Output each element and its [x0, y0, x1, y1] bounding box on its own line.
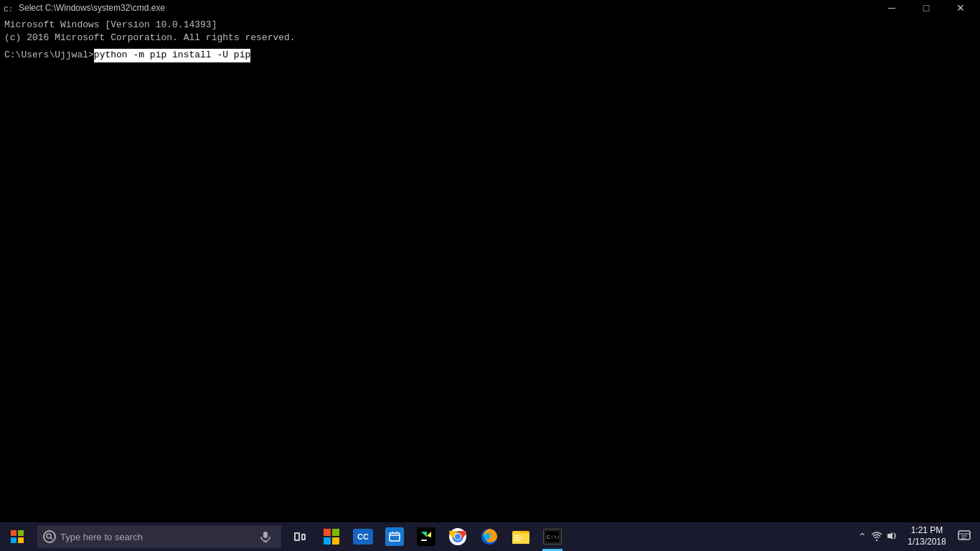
svg-text:C:: C:: [4, 5, 13, 14]
terminal-line-2: (c) 2016 Microsoft Corporation. All righ…: [4, 32, 976, 44]
svg-rect-11: [390, 533, 400, 541]
taskbar-app-chrome[interactable]: [442, 522, 473, 551]
svg-rect-4: [263, 532, 268, 538]
minimize-button[interactable]: ─: [875, 0, 908, 16]
wifi-icon[interactable]: [871, 531, 882, 543]
system-tray: ⌃ 1:21 PM 1/13/2018: [854, 522, 980, 551]
taskbar-app-pycharm[interactable]: [410, 522, 442, 551]
svg-rect-10: [332, 537, 339, 545]
taskbar-app-explorer[interactable]: [505, 522, 537, 551]
titlebar-left: C: Select C:\Windows\system32\cmd.exe: [3, 2, 165, 14]
cc-icon: CC: [353, 529, 373, 545]
svg-rect-18: [421, 540, 427, 541]
taskbar-app-firefox[interactable]: [473, 522, 505, 551]
taskbar-app-blue[interactable]: [379, 522, 410, 551]
maximize-button[interactable]: □: [910, 0, 943, 16]
tray-icons: ⌃: [854, 531, 903, 543]
blue-app-icon: [385, 527, 404, 546]
system-clock[interactable]: 1:21 PM 1/13/2018: [905, 525, 948, 547]
cmd-icon: C:: [3, 2, 14, 14]
titlebar: C: Select C:\Windows\system32\cmd.exe ─ …: [0, 0, 980, 16]
cmd-command[interactable]: python -m pip install -U pip: [94, 49, 250, 62]
start-button[interactable]: [0, 522, 34, 551]
file-explorer-icon: [512, 527, 530, 546]
search-bar[interactable]: Type here to search: [37, 525, 281, 548]
task-view-button[interactable]: [284, 522, 316, 551]
svg-rect-7: [324, 529, 331, 536]
search-icon: [43, 530, 56, 543]
svg-point-32: [876, 539, 877, 540]
taskbar-app-cmd[interactable]: C:\>_: [537, 522, 568, 551]
volume-icon[interactable]: [887, 531, 898, 543]
svg-rect-8: [332, 529, 339, 536]
svg-line-3: [51, 538, 53, 540]
svg-rect-29: [514, 540, 521, 541]
titlebar-title: Select C:\Windows\system32\cmd.exe: [19, 3, 165, 13]
microphone-icon[interactable]: [255, 527, 275, 547]
cmd-prompt: C:\Users\Ujjwal>: [4, 49, 94, 62]
svg-rect-9: [324, 537, 331, 545]
pycharm-icon: [417, 527, 435, 546]
clock-date: 1/13/2018: [908, 537, 946, 548]
app-squares-icon: [323, 528, 340, 545]
svg-marker-33: [887, 532, 892, 540]
clock-time: 1:21 PM: [911, 525, 943, 537]
terminal-line-1: Microsoft Windows [Version 10.0.14393]: [4, 19, 976, 32]
svg-text:C:\>_: C:\>_: [547, 534, 559, 540]
svg-rect-28: [514, 537, 522, 539]
cmd-taskbar-icon: C:\>_: [543, 529, 562, 545]
cmd-line[interactable]: C:\Users\Ujjwal>python -m pip install -U…: [4, 49, 976, 62]
svg-point-2: [47, 534, 51, 538]
terminal-window[interactable]: Microsoft Windows [Version 10.0.14393] (…: [0, 16, 980, 522]
svg-point-22: [455, 534, 461, 540]
titlebar-controls: ─ □ ✕: [875, 0, 977, 16]
taskbar: Type here to search CC: [0, 522, 980, 551]
task-view-icon: [294, 532, 306, 541]
firefox-icon: [480, 527, 499, 546]
search-placeholder[interactable]: Type here to search: [60, 532, 143, 542]
taskbar-app-cc[interactable]: CC: [347, 522, 379, 551]
close-button[interactable]: ✕: [944, 0, 977, 16]
chrome-icon: [448, 527, 467, 546]
windows-logo-icon: [11, 530, 24, 543]
taskbar-app-squares[interactable]: [316, 522, 347, 551]
svg-rect-27: [514, 535, 519, 537]
tray-expand-icon[interactable]: ⌃: [858, 531, 867, 542]
notification-center-button[interactable]: [951, 522, 977, 551]
notification-icon: [958, 530, 971, 543]
